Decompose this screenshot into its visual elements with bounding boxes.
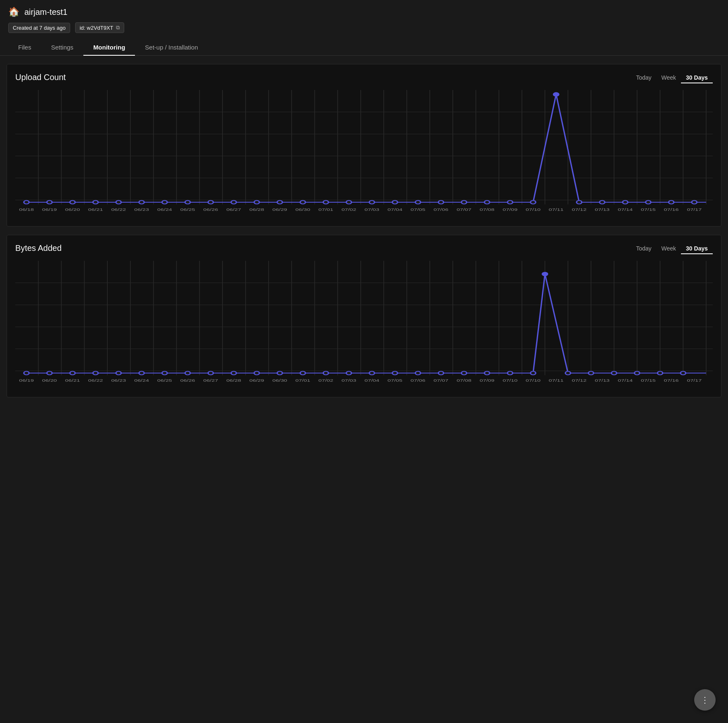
svg-point-155 (589, 371, 594, 375)
upload-count-chart: 06/18 06/19 06/20 06/21 06/22 06/23 06/2… (15, 90, 713, 222)
tab-bar: Files Settings Monitoring Set-up / Insta… (0, 40, 728, 56)
bytes-time-filters: Today Week 30 Days (631, 243, 713, 254)
svg-point-39 (116, 201, 121, 204)
svg-text:07/08: 07/08 (456, 378, 471, 383)
svg-text:06/20: 06/20 (65, 208, 80, 212)
svg-text:07/12: 07/12 (572, 208, 586, 212)
svg-text:06/19: 06/19 (19, 378, 34, 383)
svg-point-156 (611, 371, 617, 375)
upload-filter-week[interactable]: Week (657, 73, 681, 83)
upload-count-card: Upload Count Today Week 30 Days (7, 64, 721, 227)
svg-point-134 (116, 371, 121, 375)
svg-point-56 (508, 201, 513, 204)
svg-point-138 (208, 371, 213, 375)
svg-point-44 (231, 201, 236, 204)
svg-point-45 (254, 201, 260, 204)
svg-point-133 (93, 371, 98, 375)
svg-point-52 (415, 201, 421, 204)
svg-text:07/16: 07/16 (664, 208, 679, 212)
svg-point-35 (24, 201, 29, 204)
svg-text:06/27: 06/27 (203, 378, 218, 383)
upload-filter-today[interactable]: Today (631, 73, 656, 83)
svg-point-51 (392, 201, 398, 204)
tab-settings[interactable]: Settings (41, 40, 83, 56)
svg-text:06/25: 06/25 (157, 378, 172, 383)
bytes-filter-week[interactable]: Week (657, 243, 681, 254)
svg-text:06/25: 06/25 (180, 208, 195, 212)
svg-point-54 (461, 201, 467, 204)
svg-point-142 (300, 371, 305, 375)
svg-point-152 (530, 371, 536, 375)
home-icon[interactable]: 🏠 (8, 7, 19, 17)
svg-text:06/30: 06/30 (295, 208, 310, 212)
svg-text:06/24: 06/24 (134, 378, 149, 383)
svg-point-141 (277, 371, 283, 375)
tab-setup[interactable]: Set-up / Installation (135, 40, 208, 56)
svg-point-50 (369, 201, 375, 204)
created-badge: Created at 7 days ago (8, 23, 70, 33)
svg-point-139 (231, 371, 236, 375)
svg-text:07/01: 07/01 (295, 378, 310, 383)
svg-point-36 (47, 201, 52, 204)
svg-text:06/20: 06/20 (42, 378, 57, 383)
svg-text:06/23: 06/23 (111, 378, 126, 383)
svg-point-64 (692, 201, 697, 204)
bytes-filter-today[interactable]: Today (631, 243, 656, 254)
upload-count-title: Upload Count (15, 73, 66, 82)
svg-text:07/01: 07/01 (319, 208, 333, 212)
upload-time-filters: Today Week 30 Days (631, 73, 713, 83)
fab-button[interactable]: ⋮ (694, 689, 716, 711)
svg-text:07/09: 07/09 (503, 208, 518, 212)
svg-text:07/17: 07/17 (687, 208, 702, 212)
svg-point-37 (70, 201, 75, 204)
svg-text:07/04: 07/04 (388, 208, 402, 212)
tab-files[interactable]: Files (8, 40, 41, 56)
svg-point-63 (669, 201, 674, 204)
id-badge: id: w2VdT9XT ⧉ (75, 22, 124, 33)
svg-point-140 (254, 371, 260, 375)
svg-text:07/14: 07/14 (618, 378, 633, 383)
svg-text:07/15: 07/15 (641, 378, 656, 383)
svg-text:06/30: 06/30 (272, 378, 287, 383)
svg-text:07/13: 07/13 (595, 208, 610, 212)
svg-point-41 (162, 201, 168, 204)
svg-text:07/06: 07/06 (434, 208, 449, 212)
svg-text:06/27: 06/27 (226, 208, 241, 212)
svg-text:07/02: 07/02 (319, 378, 333, 383)
svg-text:06/24: 06/24 (157, 208, 172, 212)
svg-point-146 (392, 371, 398, 375)
svg-text:07/11: 07/11 (549, 208, 564, 212)
svg-text:07/09: 07/09 (480, 378, 494, 383)
svg-text:06/22: 06/22 (88, 378, 103, 383)
svg-point-53 (438, 201, 444, 204)
svg-text:07/05: 07/05 (411, 208, 425, 212)
id-text: id: w2VdT9XT (80, 25, 113, 31)
svg-point-47 (300, 201, 305, 204)
upload-count-svg: 06/18 06/19 06/20 06/21 06/22 06/23 06/2… (15, 90, 713, 222)
copy-icon[interactable]: ⧉ (116, 24, 120, 31)
svg-text:06/29: 06/29 (272, 208, 287, 212)
svg-text:06/28: 06/28 (226, 378, 241, 383)
svg-point-148 (438, 371, 444, 375)
svg-text:07/08: 07/08 (480, 208, 494, 212)
tab-monitoring[interactable]: Monitoring (83, 40, 135, 56)
main-content: Upload Count Today Week 30 Days (0, 56, 728, 406)
bytes-filter-30days[interactable]: 30 Days (681, 243, 713, 254)
upload-filter-30days[interactable]: 30 Days (681, 73, 713, 83)
svg-text:06/28: 06/28 (249, 208, 264, 212)
svg-point-143 (323, 371, 329, 375)
svg-point-38 (93, 201, 98, 204)
svg-text:07/10: 07/10 (526, 378, 541, 383)
svg-point-59 (577, 201, 582, 204)
svg-text:06/18: 06/18 (19, 208, 34, 212)
svg-text:07/06: 07/06 (411, 378, 425, 383)
svg-point-62 (645, 201, 651, 204)
svg-text:07/10: 07/10 (503, 378, 518, 383)
svg-text:06/19: 06/19 (42, 208, 57, 212)
svg-text:06/21: 06/21 (65, 378, 80, 383)
svg-point-131 (47, 371, 52, 375)
svg-text:07/17: 07/17 (687, 378, 702, 383)
svg-text:07/14: 07/14 (618, 208, 633, 212)
svg-text:07/13: 07/13 (595, 378, 610, 383)
svg-point-149 (461, 371, 467, 375)
